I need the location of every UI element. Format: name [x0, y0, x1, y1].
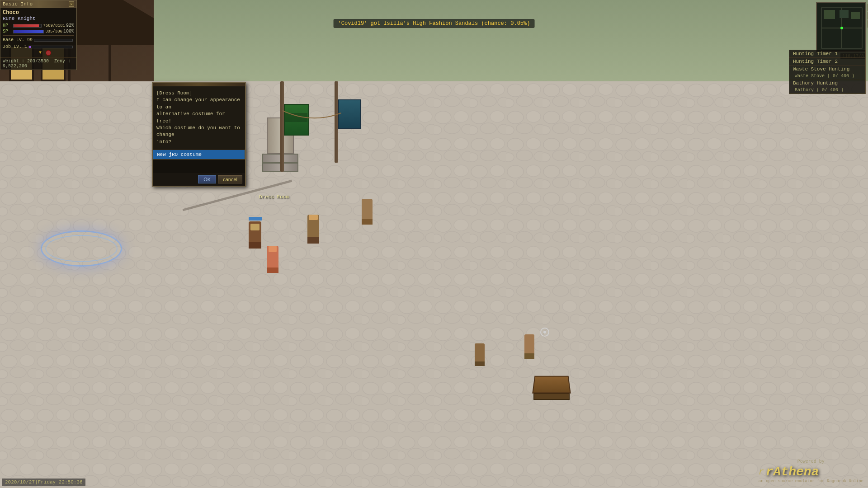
merchant-stall	[533, 375, 570, 400]
hp-percent: 92%	[66, 23, 74, 28]
cobble-pattern	[0, 81, 868, 488]
game-world	[0, 0, 868, 488]
costume-list-item[interactable]: New jRO costume	[153, 150, 245, 159]
dress-room-dialog: [Dress Room] I can change your appearanc…	[152, 82, 246, 187]
sp-bar-container	[13, 30, 44, 33]
divider	[3, 35, 74, 36]
dialog-empty-area	[153, 160, 245, 173]
dialog-npc-name-text: [Dress Room]	[156, 90, 241, 97]
svg-rect-12	[851, 12, 860, 19]
ground-area	[0, 81, 868, 488]
cancel-button[interactable]: cancel	[218, 175, 242, 183]
dialog-line1: I can change your appearance to an	[156, 97, 241, 111]
panel-title: Basic Info	[3, 1, 33, 7]
hunting-timer-2[interactable]: Hunting Timer 2	[789, 58, 865, 66]
svg-rect-11	[840, 10, 849, 18]
panel-close-btn[interactable]: ✕	[69, 1, 74, 7]
zeny-label: Zeny :	[54, 59, 71, 64]
weight-zeny-row: Weight : 203/3530 Zeny : 9,522,200	[0, 57, 76, 70]
hunting-panel: Hunting Timer 1 Hunting Timer 2 Waste St…	[789, 50, 866, 94]
hp-value: 7589/8181	[43, 23, 65, 28]
basic-info-panel: Basic Info ✕ Choco Rune Knight HP 7589/8…	[0, 0, 77, 70]
panel-title-bar[interactable]: Basic Info ✕	[0, 0, 76, 8]
npc-character-2	[362, 199, 373, 225]
sp-percent: 100%	[63, 29, 74, 34]
dialog-title-bar[interactable]	[153, 83, 245, 86]
rope-decoration	[283, 108, 341, 127]
flag-pole	[280, 81, 284, 172]
sp-value: 305/306	[45, 29, 62, 34]
base-level-row: Base Lv. 99	[0, 37, 76, 43]
base-exp-bar	[34, 39, 73, 42]
waste-stove-count: Waste Stove ( 0/ 400 )	[789, 73, 865, 80]
dialog-body: [Dress Room] I can change your appearanc…	[153, 86, 245, 150]
status-indicator	[46, 50, 51, 56]
ok-button[interactable]: OK	[198, 175, 216, 183]
bathory-hunt[interactable]: Bathory Hunting	[789, 80, 865, 87]
sp-row: SP 305/306 100%	[0, 28, 76, 34]
char-name: Choco	[0, 8, 76, 16]
minimap-svg	[817, 3, 865, 51]
player-character	[249, 217, 262, 249]
job-exp-bar	[28, 46, 73, 48]
weight-label: Weight :	[3, 59, 27, 64]
waste-stove-hunt[interactable]: Waste Stove Hunting	[789, 66, 865, 73]
svg-rect-5	[0, 81, 868, 488]
bathory-count: Bathory ( 0/ 400 )	[789, 87, 865, 94]
down-arrow: ▼	[39, 50, 42, 55]
dialog-line4: into?	[156, 139, 241, 145]
hp-bar	[14, 24, 39, 27]
svg-rect-10	[824, 10, 835, 19]
portal-effect	[36, 226, 127, 271]
dialog-list-area: New jRO costume	[153, 150, 245, 160]
character-lower-1	[475, 343, 485, 366]
job-level-row: Job Lv. 1	[0, 43, 76, 50]
dialog-buttons: OK cancel	[153, 173, 245, 186]
banner-2	[338, 99, 361, 129]
job-level-label: Job Lv. 1	[3, 44, 27, 49]
minimap-inner	[817, 3, 865, 51]
hp-label: HP	[3, 23, 12, 28]
svg-point-13	[840, 27, 843, 29]
cursor-indicator	[540, 328, 549, 337]
character-lower-2	[524, 334, 534, 359]
npc-character-1	[307, 212, 319, 244]
sp-bar	[14, 30, 43, 33]
base-level-label: Base Lv. 99	[3, 38, 33, 42]
dialog-line2: alternative costume for free!	[156, 111, 241, 125]
zeny-value: 9,522,200	[3, 64, 27, 69]
dialog-line3: Which costume do you want to change	[156, 125, 241, 139]
hp-row: HP 7589/8181 92%	[0, 23, 76, 28]
minimap[interactable]: + - W	[816, 2, 866, 52]
sp-label: SP	[3, 29, 12, 34]
hunting-timer-1[interactable]: Hunting Timer 1	[789, 50, 865, 58]
weight-value: 203/	[27, 59, 38, 64]
dress-room-npc	[267, 244, 278, 273]
char-class: Rune Knight	[0, 16, 76, 23]
hp-bar-container	[13, 24, 42, 28]
arrow-row: ▼	[0, 50, 76, 57]
